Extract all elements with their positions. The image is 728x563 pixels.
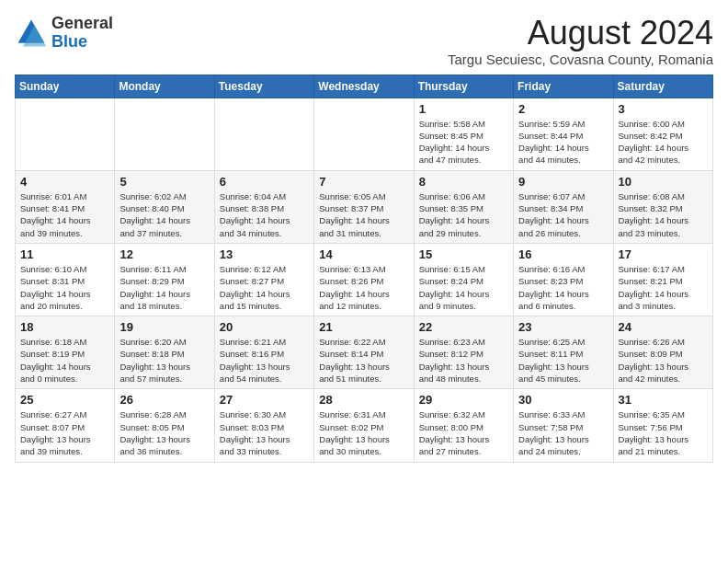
calendar-cell: 27Sunrise: 6:30 AM Sunset: 8:03 PM Dayli… [214, 389, 313, 462]
day-header-friday: Friday [514, 75, 613, 98]
day-header-tuesday: Tuesday [214, 75, 313, 98]
logo: General Blue [15, 15, 113, 52]
day-number: 12 [119, 247, 209, 261]
day-info: Sunrise: 6:06 AM Sunset: 8:35 PM Dayligh… [419, 190, 508, 239]
day-info: Sunrise: 6:31 AM Sunset: 8:02 PM Dayligh… [319, 408, 408, 457]
day-info: Sunrise: 6:25 AM Sunset: 8:11 PM Dayligh… [518, 336, 608, 385]
day-number: 6 [220, 175, 309, 189]
day-number: 17 [619, 247, 708, 261]
calendar-cell: 25Sunrise: 6:27 AM Sunset: 8:07 PM Dayli… [16, 389, 115, 462]
day-info: Sunrise: 6:07 AM Sunset: 8:34 PM Dayligh… [518, 190, 608, 239]
day-number: 23 [518, 320, 608, 334]
day-header-thursday: Thursday [414, 75, 513, 98]
calendar-cell: 22Sunrise: 6:23 AM Sunset: 8:12 PM Dayli… [414, 316, 513, 389]
day-info: Sunrise: 5:59 AM Sunset: 8:44 PM Dayligh… [518, 118, 608, 167]
day-info: Sunrise: 6:02 AM Sunset: 8:40 PM Dayligh… [119, 190, 209, 239]
day-info: Sunrise: 6:20 AM Sunset: 8:18 PM Dayligh… [119, 336, 209, 385]
calendar-cell: 18Sunrise: 6:18 AM Sunset: 8:19 PM Dayli… [16, 316, 115, 389]
day-number: 18 [20, 320, 109, 334]
calendar-cell: 11Sunrise: 6:10 AM Sunset: 8:31 PM Dayli… [16, 243, 115, 316]
calendar-cell: 15Sunrise: 6:15 AM Sunset: 8:24 PM Dayli… [414, 243, 513, 316]
day-number: 8 [419, 175, 508, 189]
day-info: Sunrise: 6:04 AM Sunset: 8:38 PM Dayligh… [220, 190, 309, 239]
day-info: Sunrise: 6:00 AM Sunset: 8:42 PM Dayligh… [619, 118, 708, 167]
day-number: 30 [518, 393, 608, 407]
calendar-week-3: 11Sunrise: 6:10 AM Sunset: 8:31 PM Dayli… [16, 243, 713, 316]
calendar-cell: 17Sunrise: 6:17 AM Sunset: 8:21 PM Dayli… [613, 243, 712, 316]
calendar-cell: 4Sunrise: 6:01 AM Sunset: 8:41 PM Daylig… [16, 170, 115, 243]
calendar-week-4: 18Sunrise: 6:18 AM Sunset: 8:19 PM Dayli… [16, 316, 713, 389]
day-number: 15 [419, 247, 508, 261]
calendar-cell [314, 98, 414, 170]
day-info: Sunrise: 6:05 AM Sunset: 8:37 PM Dayligh… [319, 190, 408, 239]
calendar-cell: 7Sunrise: 6:05 AM Sunset: 8:37 PM Daylig… [314, 170, 414, 243]
day-info: Sunrise: 6:22 AM Sunset: 8:14 PM Dayligh… [319, 336, 408, 385]
day-number: 2 [518, 102, 608, 116]
calendar-cell: 16Sunrise: 6:16 AM Sunset: 8:23 PM Dayli… [514, 243, 613, 316]
calendar-cell [115, 98, 214, 170]
calendar-week-2: 4Sunrise: 6:01 AM Sunset: 8:41 PM Daylig… [16, 170, 713, 243]
calendar-cell: 26Sunrise: 6:28 AM Sunset: 8:05 PM Dayli… [115, 389, 214, 462]
day-number: 9 [518, 175, 608, 189]
location-subtitle: Targu Secuiesc, Covasna County, Romania [448, 52, 713, 67]
day-info: Sunrise: 6:26 AM Sunset: 8:09 PM Dayligh… [619, 336, 708, 385]
day-info: Sunrise: 6:17 AM Sunset: 8:21 PM Dayligh… [619, 263, 708, 312]
calendar-cell: 2Sunrise: 5:59 AM Sunset: 8:44 PM Daylig… [514, 98, 613, 170]
calendar-cell: 9Sunrise: 6:07 AM Sunset: 8:34 PM Daylig… [514, 170, 613, 243]
logo-general: General [51, 15, 113, 33]
calendar-cell [214, 98, 313, 170]
logo-icon [15, 17, 48, 50]
day-header-monday: Monday [115, 75, 214, 98]
page-header: General Blue August 2024 Targu Secuiesc,… [15, 15, 713, 67]
day-number: 5 [119, 175, 209, 189]
day-info: Sunrise: 6:15 AM Sunset: 8:24 PM Dayligh… [419, 263, 508, 312]
day-number: 10 [619, 175, 708, 189]
day-info: Sunrise: 6:33 AM Sunset: 7:58 PM Dayligh… [518, 408, 608, 457]
day-info: Sunrise: 6:11 AM Sunset: 8:29 PM Dayligh… [119, 263, 209, 312]
calendar-week-5: 25Sunrise: 6:27 AM Sunset: 8:07 PM Dayli… [16, 389, 713, 462]
day-number: 28 [319, 393, 408, 407]
calendar-cell: 6Sunrise: 6:04 AM Sunset: 8:38 PM Daylig… [214, 170, 313, 243]
day-info: Sunrise: 6:32 AM Sunset: 8:00 PM Dayligh… [419, 408, 508, 457]
day-number: 16 [518, 247, 608, 261]
calendar-cell: 21Sunrise: 6:22 AM Sunset: 8:14 PM Dayli… [314, 316, 414, 389]
day-number: 22 [419, 320, 508, 334]
day-number: 29 [419, 393, 508, 407]
day-info: Sunrise: 6:13 AM Sunset: 8:26 PM Dayligh… [319, 263, 408, 312]
logo-blue: Blue [51, 33, 113, 52]
calendar-cell: 28Sunrise: 6:31 AM Sunset: 8:02 PM Dayli… [314, 389, 414, 462]
day-info: Sunrise: 6:16 AM Sunset: 8:23 PM Dayligh… [518, 263, 608, 312]
day-info: Sunrise: 6:23 AM Sunset: 8:12 PM Dayligh… [419, 336, 508, 385]
calendar-cell: 29Sunrise: 6:32 AM Sunset: 8:00 PM Dayli… [414, 389, 513, 462]
calendar-cell: 14Sunrise: 6:13 AM Sunset: 8:26 PM Dayli… [314, 243, 414, 316]
day-number: 14 [319, 247, 408, 261]
calendar-cell: 19Sunrise: 6:20 AM Sunset: 8:18 PM Dayli… [115, 316, 214, 389]
day-number: 25 [20, 393, 109, 407]
day-header-wednesday: Wednesday [314, 75, 414, 98]
calendar-cell: 24Sunrise: 6:26 AM Sunset: 8:09 PM Dayli… [613, 316, 712, 389]
calendar-cell: 23Sunrise: 6:25 AM Sunset: 8:11 PM Dayli… [514, 316, 613, 389]
day-number: 13 [220, 247, 309, 261]
day-info: Sunrise: 6:12 AM Sunset: 8:27 PM Dayligh… [220, 263, 309, 312]
day-number: 19 [119, 320, 209, 334]
day-info: Sunrise: 6:35 AM Sunset: 7:56 PM Dayligh… [619, 408, 708, 457]
calendar-cell: 30Sunrise: 6:33 AM Sunset: 7:58 PM Dayli… [514, 389, 613, 462]
day-number: 31 [619, 393, 708, 407]
day-number: 27 [220, 393, 309, 407]
day-number: 20 [220, 320, 309, 334]
day-number: 1 [419, 102, 508, 116]
calendar-cell: 13Sunrise: 6:12 AM Sunset: 8:27 PM Dayli… [214, 243, 313, 316]
day-info: Sunrise: 6:10 AM Sunset: 8:31 PM Dayligh… [20, 263, 109, 312]
day-number: 11 [20, 247, 109, 261]
day-info: Sunrise: 6:18 AM Sunset: 8:19 PM Dayligh… [20, 336, 109, 385]
day-number: 21 [319, 320, 408, 334]
calendar-cell: 5Sunrise: 6:02 AM Sunset: 8:40 PM Daylig… [115, 170, 214, 243]
day-number: 26 [119, 393, 209, 407]
day-number: 24 [619, 320, 708, 334]
logo-text: General Blue [51, 15, 113, 52]
calendar-cell: 10Sunrise: 6:08 AM Sunset: 8:32 PM Dayli… [613, 170, 712, 243]
day-info: Sunrise: 6:08 AM Sunset: 8:32 PM Dayligh… [619, 190, 708, 239]
day-header-saturday: Saturday [613, 75, 712, 98]
calendar-cell [16, 98, 115, 170]
calendar-cell: 1Sunrise: 5:58 AM Sunset: 8:45 PM Daylig… [414, 98, 513, 170]
